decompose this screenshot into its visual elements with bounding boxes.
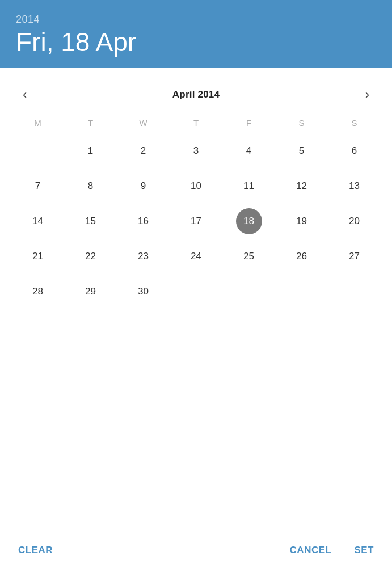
day-18[interactable]: 18: [236, 208, 262, 234]
day-headers-row: M T W T F S S: [11, 113, 381, 132]
day-20[interactable]: 20: [342, 208, 368, 234]
day-14[interactable]: 14: [25, 208, 51, 234]
day-19[interactable]: 19: [289, 208, 315, 234]
day-cell-29[interactable]: 29: [64, 275, 117, 308]
day-9[interactable]: 9: [130, 173, 157, 199]
day-16[interactable]: 16: [130, 208, 157, 234]
day-4[interactable]: 4: [236, 138, 262, 164]
day-cell-2[interactable]: 2: [117, 134, 170, 167]
day-header-mon: M: [11, 113, 64, 132]
day-cell-10[interactable]: 10: [170, 170, 222, 203]
calendar-grid: M T W T F S S 1 2 3 4 5 6 7 8: [11, 113, 381, 308]
header-date: Fri, 18 Apr: [16, 28, 376, 57]
day-cell-8[interactable]: 8: [64, 170, 117, 203]
day-cell-20[interactable]: 20: [328, 205, 381, 238]
day-28[interactable]: 28: [25, 279, 51, 305]
day-17[interactable]: 17: [183, 208, 209, 234]
day-15[interactable]: 15: [78, 208, 104, 234]
day-cell-17[interactable]: 17: [170, 205, 222, 238]
month-nav: ‹ April 2014 ›: [11, 74, 381, 113]
days-grid: 1 2 3 4 5 6 7 8 9 10 11 12 13 14 15 16 1…: [11, 134, 381, 308]
day-8[interactable]: 8: [78, 173, 104, 199]
day-header-sun: S: [328, 113, 381, 132]
day-6[interactable]: 6: [342, 138, 368, 164]
day-cell-empty-5: [328, 275, 381, 308]
day-1[interactable]: 1: [78, 138, 104, 164]
day-cell-13[interactable]: 13: [328, 170, 381, 203]
dialog-footer: CLEAR CANCEL SET: [0, 524, 392, 581]
day-25[interactable]: 25: [236, 243, 262, 270]
calendar-body: ‹ April 2014 › M T W T F S S 1 2 3: [0, 68, 392, 524]
day-2[interactable]: 2: [130, 138, 157, 164]
date-picker-dialog: 2014 Fri, 18 Apr ‹ April 2014 › M T W T …: [0, 0, 392, 581]
day-header-wed: W: [117, 113, 170, 132]
day-26[interactable]: 26: [289, 243, 315, 270]
month-title: April 2014: [172, 89, 220, 100]
header-year: 2014: [16, 14, 376, 26]
day-24[interactable]: 24: [183, 243, 209, 270]
day-cell-5[interactable]: 5: [275, 134, 328, 167]
day-cell-30[interactable]: 30: [117, 275, 170, 308]
day-cell-empty-2: [170, 275, 222, 308]
day-cell-15[interactable]: 15: [64, 205, 117, 238]
day-cell-3[interactable]: 3: [170, 134, 222, 167]
day-cell-26[interactable]: 26: [275, 240, 328, 273]
day-cell-12[interactable]: 12: [275, 170, 328, 203]
day-cell-25[interactable]: 25: [222, 240, 275, 273]
day-cell-21[interactable]: 21: [11, 240, 64, 273]
day-30[interactable]: 30: [130, 279, 157, 305]
next-month-button[interactable]: ›: [359, 84, 376, 106]
day-cell-1[interactable]: 1: [64, 134, 117, 167]
day-cell-11[interactable]: 11: [222, 170, 275, 203]
day-cell-7[interactable]: 7: [11, 170, 64, 203]
day-13[interactable]: 13: [342, 173, 368, 199]
day-cell-6[interactable]: 6: [328, 134, 381, 167]
day-cell-19[interactable]: 19: [275, 205, 328, 238]
footer-right-actions: CANCEL SET: [288, 540, 376, 561]
day-23[interactable]: 23: [130, 243, 157, 270]
day-cell-empty-4: [275, 275, 328, 308]
day-cell-empty-3: [222, 275, 275, 308]
day-5[interactable]: 5: [289, 138, 315, 164]
day-cell-27[interactable]: 27: [328, 240, 381, 273]
day-3[interactable]: 3: [183, 138, 209, 164]
day-22[interactable]: 22: [78, 243, 104, 270]
day-cell-23[interactable]: 23: [117, 240, 170, 273]
day-7[interactable]: 7: [25, 173, 51, 199]
prev-month-button[interactable]: ‹: [16, 84, 33, 106]
day-cell-empty-1: [11, 134, 64, 167]
day-12[interactable]: 12: [289, 173, 315, 199]
day-header-thu: T: [170, 113, 222, 132]
day-header-tue: T: [64, 113, 117, 132]
day-cell-22[interactable]: 22: [64, 240, 117, 273]
date-picker-header: 2014 Fri, 18 Apr: [0, 0, 392, 68]
day-cell-14[interactable]: 14: [11, 205, 64, 238]
clear-button[interactable]: CLEAR: [16, 540, 55, 561]
day-header-sat: S: [275, 113, 328, 132]
day-10[interactable]: 10: [183, 173, 209, 199]
cancel-button[interactable]: CANCEL: [288, 540, 334, 561]
day-27[interactable]: 27: [342, 243, 368, 270]
day-cell-24[interactable]: 24: [170, 240, 222, 273]
day-cell-18[interactable]: 18: [222, 205, 275, 238]
day-cell-9[interactable]: 9: [117, 170, 170, 203]
day-cell-28[interactable]: 28: [11, 275, 64, 308]
day-header-fri: F: [222, 113, 275, 132]
day-cell-4[interactable]: 4: [222, 134, 275, 167]
day-11[interactable]: 11: [236, 173, 262, 199]
set-button[interactable]: SET: [352, 540, 376, 561]
day-cell-16[interactable]: 16: [117, 205, 170, 238]
day-21[interactable]: 21: [25, 243, 51, 270]
day-29[interactable]: 29: [78, 279, 104, 305]
